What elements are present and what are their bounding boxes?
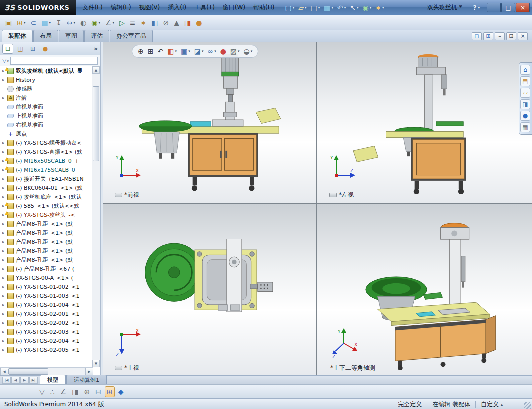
tree-item[interactable]: (-) MI16x175SCALB_0_	[0, 165, 93, 174]
expand-arrow-icon[interactable]	[2, 221, 7, 226]
select-icon[interactable]: ↖▾	[348, 2, 360, 13]
tree-item[interactable]: 传感器	[0, 84, 93, 93]
scroll-down-icon[interactable]: ▼	[92, 360, 100, 367]
expand-arrow-icon[interactable]	[2, 149, 7, 154]
scroll-thumb[interactable]	[93, 86, 99, 161]
measure-icon[interactable]: ⊘▾	[161, 17, 171, 28]
expand-arrow-icon[interactable]	[2, 293, 7, 298]
tree-item[interactable]: 注解	[0, 93, 93, 102]
view-isometric[interactable]: Y X Z *上下二等角轴测	[317, 204, 532, 375]
scroll-up-icon[interactable]: ▲	[92, 66, 100, 74]
menu-window[interactable]: 窗口(W)	[219, 1, 249, 14]
doc-minimize-button[interactable]: –	[495, 32, 505, 40]
viewport-layout-single-button[interactable]: ◻	[472, 32, 482, 40]
view-left[interactable]: Y Z *左视	[317, 42, 532, 203]
viewport-grid-icon[interactable]: ⊞	[105, 386, 115, 397]
expand-arrow-icon[interactable]	[2, 248, 7, 253]
solidworks-resources-tab[interactable]: ⌂	[520, 65, 530, 75]
appearances-icon[interactable]: ●▾	[194, 17, 204, 28]
close-button[interactable]: ×	[516, 3, 530, 12]
tree-item[interactable]: (-) YX-STGS-攻丝头_-<	[0, 210, 93, 219]
tree-filter-input[interactable]	[10, 57, 98, 65]
bill-of-materials-icon[interactable]: ≡▾	[128, 17, 138, 28]
tree-item[interactable]: (-) YX-STGS-01-004_<1	[0, 300, 93, 309]
new-motion-study-icon[interactable]: ▷▾	[117, 17, 127, 28]
filter-faces-icon[interactable]: ◨	[70, 386, 80, 397]
tree-horizontal-scrollbar[interactable]: ◀ ▶	[0, 367, 93, 375]
hide-show-items-icon[interactable]: ∞▾	[206, 46, 217, 57]
assembly-features-icon[interactable]: ◉▾	[89, 17, 102, 28]
doc-restore-button[interactable]: ⊡	[506, 32, 516, 40]
options-icon[interactable]: ∗▾	[374, 2, 385, 13]
section-view-icon[interactable]: ◨▾	[182, 17, 193, 28]
tree-item[interactable]: 产品M8-孔距_<1> (默	[0, 255, 93, 264]
file-explorer-tab[interactable]: ▱	[520, 88, 530, 98]
tree-item[interactable]: 双头攻丝机 (默认<默认_显	[0, 66, 93, 75]
show-hidden-components-icon[interactable]: ◐▾	[78, 17, 88, 28]
mass-properties-icon[interactable]: ▲▾	[172, 17, 181, 28]
configurationmanager-tab[interactable]: ⊞	[27, 44, 38, 54]
doc-close-button[interactable]: ×	[518, 32, 528, 40]
tree-item[interactable]: (-) YX-STGS-02-003_<1	[0, 327, 93, 336]
edit-component-icon[interactable]: ▣▾	[3, 17, 14, 28]
tree-item[interactable]: (-) YX-STGS-02-005_<1	[0, 345, 93, 354]
scroll-left-icon[interactable]: ◀	[0, 368, 8, 375]
custom-properties-tab[interactable]: ▦	[520, 122, 530, 132]
magnified-selection-icon[interactable]: ⊕	[82, 386, 92, 397]
tab-office-products[interactable]: 办公室产品	[110, 30, 153, 42]
undo-icon[interactable]: ↶▾	[336, 2, 347, 13]
apply-scene-icon[interactable]: ▨▾	[229, 46, 241, 57]
expand-arrow-icon[interactable]	[2, 185, 7, 190]
previous-view-icon[interactable]: ↶▾	[156, 46, 165, 57]
mate-icon[interactable]: ⊂▾	[28, 17, 38, 28]
tab-layout[interactable]: 布局	[33, 30, 58, 42]
model-tab-prev[interactable]: ◀	[11, 377, 20, 384]
view-top[interactable]: X Z *上视	[103, 204, 316, 375]
expand-arrow-icon[interactable]	[2, 329, 7, 334]
viewport-layout-four-button[interactable]: ⊞	[483, 32, 493, 40]
tree-item[interactable]: (-) BKC0604-01_<1> (默	[0, 183, 93, 192]
filter-funnel-icon[interactable]: ▽	[2, 57, 9, 64]
menu-insert[interactable]: 插入(I)	[164, 1, 190, 14]
tree-item[interactable]: 上视基准面	[0, 111, 93, 120]
zoom-to-area-icon[interactable]: ⊞▾	[146, 46, 155, 57]
tree-item[interactable]: (-) YX-STGS-02-001_<1	[0, 309, 93, 318]
expand-arrow-icon[interactable]	[2, 257, 7, 262]
viewport-splitter-vertical[interactable]	[316, 42, 317, 375]
tab-motion-study-1[interactable]: 运动算例1	[66, 375, 107, 384]
featuremanager-tree-tab[interactable]: ⊟	[2, 44, 13, 54]
expand-arrow-icon[interactable]	[2, 320, 7, 325]
tree-item[interactable]: (-) YX-STGS-02-002_<1	[0, 318, 93, 327]
view-front[interactable]: Y X *前视	[103, 42, 316, 203]
tab-assembly[interactable]: 装配体	[2, 30, 33, 42]
tree-item[interactable]: (-) YX-STGS-02-004_<1	[0, 336, 93, 345]
expand-arrow-icon[interactable]	[2, 230, 7, 235]
tree-item[interactable]: (-) 产品M8-孔距_<67 (	[0, 264, 93, 273]
expand-arrow-icon[interactable]	[2, 77, 7, 82]
expand-arrow-icon[interactable]	[2, 194, 7, 199]
move-component-icon[interactable]: ↔▾	[65, 17, 77, 28]
expand-arrow-icon[interactable]	[2, 239, 7, 244]
scroll-thumb[interactable]	[8, 368, 48, 375]
menu-tools[interactable]: 工具(T)	[190, 1, 219, 14]
tree-item[interactable]: (-) 接近开关（EA1-M5B1N	[0, 174, 93, 183]
tree-item[interactable]: (-) YX-STGS-螺母振动盘<	[0, 138, 93, 147]
tree-item[interactable]: 产品M8-孔距_<1> (默	[0, 219, 93, 228]
expand-arrow-icon[interactable]	[2, 95, 7, 100]
model-tab-first[interactable]: |◀	[2, 377, 11, 384]
menu-file[interactable]: 文件(F)	[78, 1, 106, 14]
selection-filter-toolbar-icon[interactable]: ▽	[37, 386, 47, 397]
expand-arrow-icon[interactable]	[2, 275, 7, 280]
expand-arrow-icon[interactable]	[2, 302, 7, 307]
menu-edit[interactable]: 编辑(E)	[107, 1, 135, 14]
tree-item[interactable]: 产品M8-孔距_<1> (默	[0, 246, 93, 255]
save-document-icon[interactable]: ▤▾	[309, 2, 322, 13]
tree-item[interactable]: (-) 585_<1> (默认<<默	[0, 201, 93, 210]
tree-item[interactable]: 右视基准面	[0, 120, 93, 129]
custom-status-menu[interactable]: 自定义 ▴	[476, 400, 508, 409]
tab-model[interactable]: 模型	[40, 375, 66, 384]
shaded-cube-icon[interactable]: ◆	[116, 386, 126, 397]
displaymanager-tab[interactable]: ●	[40, 44, 51, 54]
tree-item[interactable]: (-) YX-STGS-直振<1> (默	[0, 147, 93, 156]
design-library-tab[interactable]: ▤	[520, 76, 530, 86]
